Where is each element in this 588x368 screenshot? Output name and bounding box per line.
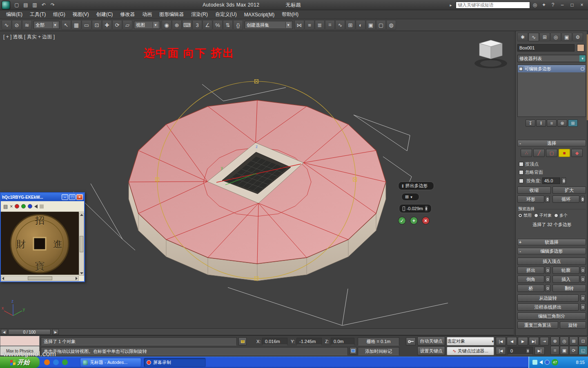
named-sets-icon[interactable]: {} (233, 20, 243, 30)
image-viewer-titlebar[interactable]: hQc1RBYG-EKEkW... – □ × (1, 193, 84, 201)
hinge-from-edge-button[interactable]: 从边旋转 (517, 294, 579, 302)
print-icon[interactable]: ▤ (3, 204, 8, 209)
polygon-mode-icon[interactable]: ■ (559, 149, 570, 157)
loop-spinner[interactable] (580, 196, 585, 202)
taskbar-task-3dsmax[interactable]: 无标题 - Autodes... (80, 358, 141, 367)
ignore-backfacing-row[interactable]: 忽略背面 (519, 169, 543, 175)
named-selection-sets-dropdown[interactable]: 创建选择集 ▾ (245, 21, 293, 29)
play-button[interactable]: ▶ (518, 337, 528, 346)
coin-mesh[interactable]: y z (129, 100, 386, 281)
rotate-icon[interactable]: ⟳ (112, 20, 122, 30)
x-coord-field[interactable]: 0.016m (262, 338, 287, 345)
start-button[interactable]: 开始 (0, 357, 40, 368)
time-step-back-button[interactable]: ◀ (1, 329, 7, 335)
preview-multiple-radio[interactable]: 多个 (554, 213, 568, 218)
ring-button[interactable]: 环形 (517, 195, 544, 203)
extrude-along-spline-button[interactable]: 沿样条线挤出 (517, 303, 579, 311)
perspective-viewport[interactable]: y z (0, 31, 514, 328)
tray-clock[interactable]: 8:15 (576, 360, 585, 365)
communication-center-icon[interactable]: ◎ (531, 1, 539, 9)
menu-group[interactable]: 组(G) (49, 10, 69, 19)
caddy-height-spinner[interactable]: -0.029m (399, 204, 432, 213)
turn-button[interactable]: 旋转 (560, 321, 586, 329)
menu-graph-editors[interactable]: 图形编辑器 (156, 10, 187, 19)
grow-button[interactable]: 扩大 (552, 186, 586, 194)
quicklaunch-icon-1[interactable] (44, 359, 50, 365)
caddy-apply-button[interactable]: + (410, 217, 418, 224)
rollout-selection[interactable]: - 选择 (517, 140, 586, 146)
tray-messenger-icon[interactable] (545, 360, 550, 365)
search-arrow-icon[interactable]: ▸ (447, 1, 455, 9)
by-vertex-checkbox[interactable] (519, 162, 523, 166)
rollout-edit-polygons[interactable]: - 编辑多边形 (517, 248, 586, 254)
selection-filter-dropdown[interactable]: 全部 ▾ (33, 21, 60, 29)
orbit-icon[interactable]: ⟳ (569, 346, 578, 355)
next-key-button[interactable]: ▶| (535, 347, 545, 355)
previous-key-button[interactable]: |◀ (496, 347, 506, 355)
bevel-button[interactable]: 倒角 (517, 276, 544, 283)
scroll-left-icon[interactable] (2, 277, 4, 280)
extrude-button[interactable]: 挤出 (517, 267, 544, 274)
save-file-icon[interactable]: ▥ (31, 1, 39, 9)
go-to-start-button[interactable]: |◀ (496, 337, 506, 346)
spinner-snap-icon[interactable]: ⇅ (223, 20, 233, 30)
tray-security-badge[interactable]: 47 (552, 359, 558, 366)
help-menu-icon[interactable]: ? (549, 1, 557, 9)
help-search-input[interactable] (456, 2, 530, 9)
percent-snap-icon[interactable]: % (213, 20, 223, 30)
bevel-settings-button[interactable] (545, 276, 550, 283)
delete-icon[interactable]: × (10, 204, 13, 209)
caddy-title[interactable]: ‖ 挤出多边形 (398, 182, 434, 190)
inset-button[interactable]: 插入 (552, 276, 579, 283)
schematic-view-icon[interactable]: ⊞ (345, 20, 355, 30)
menu-create[interactable]: 创建(C) (93, 10, 117, 19)
close-button[interactable]: × (577, 1, 586, 9)
tab-hierarchy[interactable]: ⊞ (539, 33, 550, 41)
image-minimize-button[interactable]: – (62, 194, 68, 200)
bridge-button[interactable]: 桥 (517, 285, 544, 292)
menu-modifiers[interactable]: 修改器 (116, 10, 138, 19)
edge-mode-icon[interactable]: ╱ (533, 149, 545, 157)
v-scroll-thumb[interactable] (80, 236, 83, 252)
preview-disable-radio[interactable]: 禁用 (518, 213, 532, 218)
select-link-icon[interactable]: ∿ (2, 20, 11, 30)
field-of-view-icon[interactable]: ⌗ (550, 346, 559, 355)
ribbon-icon[interactable]: ⌗ (325, 20, 335, 30)
menu-tools[interactable]: 工具(T) (26, 10, 49, 19)
shrink-button[interactable]: 收缩 (517, 186, 551, 194)
object-color-swatch[interactable] (577, 44, 584, 52)
rendered-frame-icon[interactable]: ▢ (376, 20, 386, 30)
keyboard-override-icon[interactable]: ⌨ (182, 20, 192, 30)
selection-lock-button[interactable] (238, 337, 247, 346)
menu-edit[interactable]: 编辑(E) (2, 10, 26, 19)
auto-key-button[interactable]: 自动关键点 (417, 337, 445, 346)
layer-manager-icon[interactable]: ≣ (315, 20, 325, 30)
h-scroll-thumb[interactable] (28, 276, 52, 280)
scroll-down-icon[interactable] (80, 272, 83, 274)
align-icon[interactable]: ≡ (305, 20, 314, 30)
image-close-button[interactable]: × (76, 194, 83, 200)
go-to-end-button[interactable]: ⇥ (540, 337, 549, 346)
caddy-cancel-button[interactable]: × (422, 217, 430, 224)
tray-network-icon[interactable] (532, 360, 537, 365)
rollout-soft-selection[interactable]: + 软选择 (517, 239, 586, 245)
current-frame-field[interactable]: 0 (508, 347, 533, 355)
outline-button[interactable]: 轮廓 (552, 267, 579, 274)
new-scene-icon[interactable]: ▢ (13, 1, 21, 9)
preview-subobject-radio[interactable]: 子对象 (534, 213, 552, 218)
curve-editor-icon[interactable]: ∿ (335, 20, 345, 30)
angle-snap-icon[interactable]: ∠ (203, 20, 212, 30)
extrude-along-spline-settings-button[interactable] (580, 303, 586, 311)
time-slider-track[interactable]: ◀ 0 / 100 ▶ (0, 328, 514, 335)
select-by-name-icon[interactable]: ▦ (71, 20, 81, 30)
image-horizontal-scrollbar[interactable] (1, 276, 79, 281)
element-mode-icon[interactable]: ◆ (571, 149, 583, 157)
hinge-settings-button[interactable] (580, 294, 586, 302)
retriangulate-button[interactable]: 重复三角算法 (517, 321, 558, 329)
green-channel-icon[interactable] (21, 204, 26, 209)
3dsmax-logo-icon[interactable] (2, 1, 10, 9)
scroll-right-icon[interactable] (76, 277, 78, 280)
angle-spinner[interactable] (561, 177, 566, 184)
menu-rendering[interactable]: 渲染(R) (187, 10, 212, 19)
menu-customize[interactable]: 自定义(U) (212, 10, 241, 19)
